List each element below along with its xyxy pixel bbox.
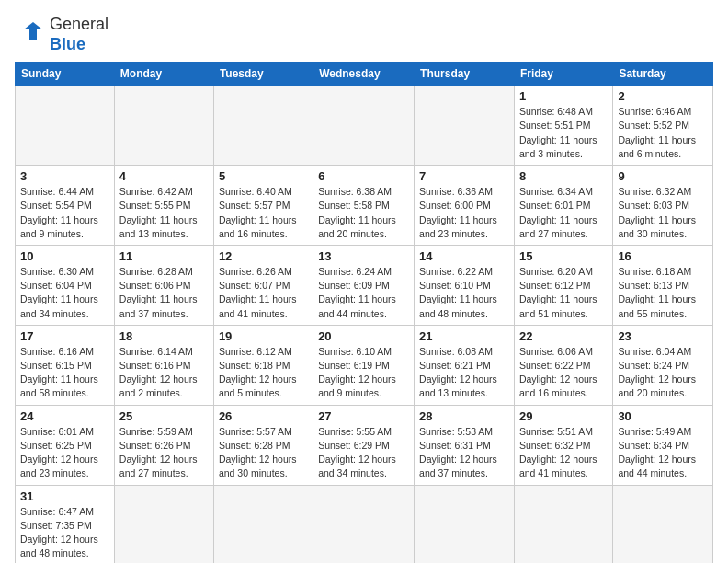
day-info: Sunrise: 6:47 AM Sunset: 7:35 PM Dayligh… [20,505,109,561]
calendar-cell: 12Sunrise: 6:26 AM Sunset: 6:07 PM Dayli… [213,245,313,325]
logo-blue-text: Blue [50,35,108,55]
day-info: Sunrise: 6:22 AM Sunset: 6:10 PM Dayligh… [419,265,509,321]
calendar-cell [313,86,415,166]
day-info: Sunrise: 6:18 AM Sunset: 6:13 PM Dayligh… [618,265,708,321]
calendar-cell: 21Sunrise: 6:08 AM Sunset: 6:21 PM Dayli… [415,325,515,405]
day-number: 18 [119,329,209,343]
day-info: Sunrise: 5:55 AM Sunset: 6:29 PM Dayligh… [318,425,409,481]
day-info: Sunrise: 6:46 AM Sunset: 5:52 PM Dayligh… [618,105,708,161]
day-number: 2 [618,89,708,103]
day-info: Sunrise: 6:44 AM Sunset: 5:54 PM Dayligh… [20,185,109,241]
calendar-cell: 13Sunrise: 6:24 AM Sunset: 6:09 PM Dayli… [313,245,415,325]
calendar-cell: 20Sunrise: 6:10 AM Sunset: 6:19 PM Dayli… [313,325,415,405]
logo-general-text: General [50,15,108,35]
calendar-cell [114,86,213,166]
day-of-week-header: Tuesday [213,63,313,86]
day-info: Sunrise: 6:42 AM Sunset: 5:55 PM Dayligh… [119,185,209,241]
day-number: 19 [219,329,308,343]
day-info: Sunrise: 6:08 AM Sunset: 6:21 PM Dayligh… [419,345,509,401]
calendar-cell: 10Sunrise: 6:30 AM Sunset: 6:04 PM Dayli… [16,245,115,325]
day-number: 3 [20,169,109,183]
day-number: 10 [20,249,109,263]
day-info: Sunrise: 6:30 AM Sunset: 6:04 PM Dayligh… [20,265,109,321]
svg-marker-0 [24,22,42,40]
day-info: Sunrise: 6:24 AM Sunset: 6:09 PM Dayligh… [318,265,409,321]
calendar-cell [415,485,515,563]
day-info: Sunrise: 6:04 AM Sunset: 6:24 PM Dayligh… [618,345,708,401]
day-number: 22 [519,329,608,343]
calendar-cell: 1Sunrise: 6:48 AM Sunset: 5:51 PM Daylig… [514,86,612,166]
day-info: Sunrise: 6:06 AM Sunset: 6:22 PM Dayligh… [519,345,608,401]
calendar-cell [613,485,713,563]
day-number: 31 [20,489,109,503]
day-of-week-header: Monday [114,63,213,86]
day-info: Sunrise: 6:34 AM Sunset: 6:01 PM Dayligh… [519,185,608,241]
logo-container: General Blue [15,15,108,54]
day-number: 4 [119,169,209,183]
calendar-cell: 2Sunrise: 6:46 AM Sunset: 5:52 PM Daylig… [613,86,713,166]
calendar-cell [415,86,515,166]
calendar-cell: 31Sunrise: 6:47 AM Sunset: 7:35 PM Dayli… [16,485,115,563]
calendar-cell: 6Sunrise: 6:38 AM Sunset: 5:58 PM Daylig… [313,166,415,246]
calendar-cell: 17Sunrise: 6:16 AM Sunset: 6:15 PM Dayli… [16,325,115,405]
day-info: Sunrise: 6:26 AM Sunset: 6:07 PM Dayligh… [219,265,308,321]
day-info: Sunrise: 6:48 AM Sunset: 5:51 PM Dayligh… [519,105,608,161]
day-number: 25 [119,409,209,423]
day-info: Sunrise: 6:32 AM Sunset: 6:03 PM Dayligh… [618,185,708,241]
logo: General Blue [15,15,108,54]
calendar-cell: 24Sunrise: 6:01 AM Sunset: 6:25 PM Dayli… [16,405,115,485]
calendar-cell: 23Sunrise: 6:04 AM Sunset: 6:24 PM Dayli… [613,325,713,405]
calendar-cell: 7Sunrise: 6:36 AM Sunset: 6:00 PM Daylig… [415,166,515,246]
day-of-week-header: Saturday [613,63,713,86]
day-info: Sunrise: 6:38 AM Sunset: 5:58 PM Dayligh… [318,185,409,241]
day-number: 30 [618,409,708,423]
day-info: Sunrise: 6:36 AM Sunset: 6:00 PM Dayligh… [419,185,509,241]
calendar-cell: 15Sunrise: 6:20 AM Sunset: 6:12 PM Dayli… [514,245,612,325]
day-info: Sunrise: 6:14 AM Sunset: 6:16 PM Dayligh… [119,345,209,401]
day-number: 13 [318,249,409,263]
calendar-cell: 18Sunrise: 6:14 AM Sunset: 6:16 PM Dayli… [114,325,213,405]
day-info: Sunrise: 5:51 AM Sunset: 6:32 PM Dayligh… [519,425,608,481]
day-number: 5 [219,169,308,183]
calendar-cell: 30Sunrise: 5:49 AM Sunset: 6:34 PM Dayli… [613,405,713,485]
calendar-table: SundayMondayTuesdayWednesdayThursdayFrid… [15,62,713,563]
day-info: Sunrise: 5:49 AM Sunset: 6:34 PM Dayligh… [618,425,708,481]
calendar-cell: 26Sunrise: 5:57 AM Sunset: 6:28 PM Dayli… [213,405,313,485]
day-info: Sunrise: 5:59 AM Sunset: 6:26 PM Dayligh… [119,425,209,481]
calendar-cell [213,485,313,563]
day-number: 6 [318,169,409,183]
calendar-cell: 14Sunrise: 6:22 AM Sunset: 6:10 PM Dayli… [415,245,515,325]
calendar-cell: 16Sunrise: 6:18 AM Sunset: 6:13 PM Dayli… [613,245,713,325]
calendar-cell: 8Sunrise: 6:34 AM Sunset: 6:01 PM Daylig… [514,166,612,246]
day-info: Sunrise: 6:20 AM Sunset: 6:12 PM Dayligh… [519,265,608,321]
calendar-cell: 9Sunrise: 6:32 AM Sunset: 6:03 PM Daylig… [613,166,713,246]
page-header: General Blue [15,15,713,54]
day-of-week-header: Sunday [16,63,115,86]
logo-graphic [15,18,48,52]
day-number: 12 [219,249,308,263]
calendar-cell: 19Sunrise: 6:12 AM Sunset: 6:18 PM Dayli… [213,325,313,405]
day-info: Sunrise: 6:12 AM Sunset: 6:18 PM Dayligh… [219,345,308,401]
calendar-cell: 11Sunrise: 6:28 AM Sunset: 6:06 PM Dayli… [114,245,213,325]
calendar-cell [313,485,415,563]
day-number: 24 [20,409,109,423]
day-of-week-header: Wednesday [313,63,415,86]
day-number: 8 [519,169,608,183]
calendar-cell [213,86,313,166]
calendar-cell: 27Sunrise: 5:55 AM Sunset: 6:29 PM Dayli… [313,405,415,485]
calendar-cell: 29Sunrise: 5:51 AM Sunset: 6:32 PM Dayli… [514,405,612,485]
calendar-cell: 5Sunrise: 6:40 AM Sunset: 5:57 PM Daylig… [213,166,313,246]
calendar-cell [16,86,115,166]
day-number: 7 [419,169,509,183]
day-info: Sunrise: 5:53 AM Sunset: 6:31 PM Dayligh… [419,425,509,481]
day-number: 27 [318,409,409,423]
day-info: Sunrise: 6:28 AM Sunset: 6:06 PM Dayligh… [119,265,209,321]
calendar-cell [514,485,612,563]
day-number: 21 [419,329,509,343]
day-number: 15 [519,249,608,263]
calendar-cell: 28Sunrise: 5:53 AM Sunset: 6:31 PM Dayli… [415,405,515,485]
calendar-cell: 3Sunrise: 6:44 AM Sunset: 5:54 PM Daylig… [16,166,115,246]
day-number: 14 [419,249,509,263]
day-info: Sunrise: 5:57 AM Sunset: 6:28 PM Dayligh… [219,425,308,481]
day-info: Sunrise: 6:10 AM Sunset: 6:19 PM Dayligh… [318,345,409,401]
